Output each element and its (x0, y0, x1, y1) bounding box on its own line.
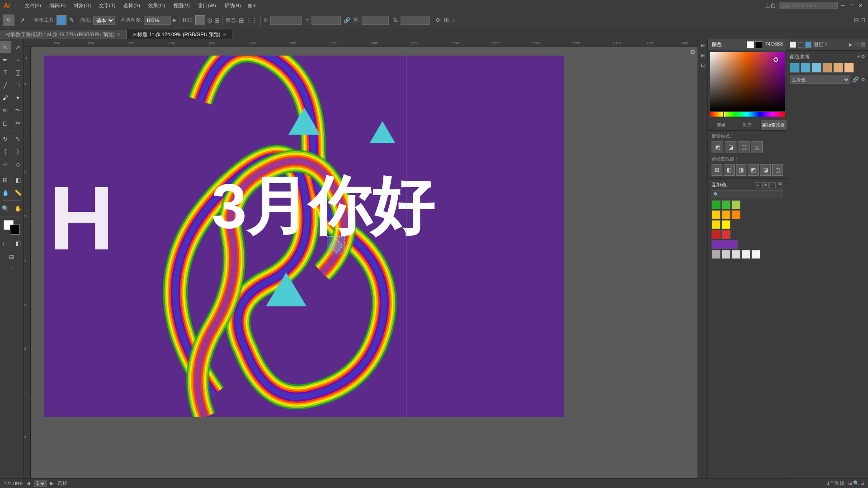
outline-btn[interactable]: ◪ (760, 164, 771, 176)
comp-chip-10[interactable] (722, 230, 731, 239)
lock-aspect-icon[interactable]: 🔗 (344, 17, 350, 23)
exclude-btn[interactable]: ◬ (751, 141, 763, 153)
comp-grid-view-btn[interactable]: ⊞ (762, 182, 769, 188)
comp-search-input[interactable] (712, 190, 783, 198)
tab-2[interactable]: 未标题-1* @ 124.09% (RGB/GPU 预览) ✕ (127, 30, 232, 39)
menu-select[interactable]: 选择(S) (120, 1, 144, 10)
h-input[interactable]: 27.033 px (401, 16, 430, 25)
width-tool[interactable]: ⟩ (12, 145, 24, 157)
mask-mode-btn[interactable]: ◧ (12, 237, 24, 249)
touch-type-tool[interactable]: T̲ (12, 66, 24, 78)
comp-chip-13[interactable] (722, 250, 731, 259)
screen-mode-btn[interactable]: ⊟ (5, 251, 19, 263)
menu-effect[interactable]: 效果(C) (145, 1, 169, 10)
home-icon[interactable]: ⌂ (14, 3, 18, 8)
color-ref-add-btn[interactable]: + (857, 54, 860, 60)
unite-btn[interactable]: ◩ (712, 141, 723, 153)
x-input[interactable]: 1116.641 (270, 16, 302, 25)
status-icon-2[interactable]: 🔍 (853, 480, 859, 486)
comp-list-view-btn[interactable]: ≡ (755, 182, 761, 188)
trim-btn[interactable]: ◧ (724, 164, 735, 176)
comp-save-btn[interactable]: ↓ (769, 182, 776, 188)
color-fill-swatch[interactable] (57, 15, 66, 25)
more-tools-btn[interactable]: ··· (9, 265, 13, 270)
zoom-decrease-btn[interactable]: ◀ (27, 481, 30, 486)
status-icon-3[interactable]: ⊟ (860, 480, 864, 486)
layer-visibility-toggle[interactable]: 👁 (790, 42, 796, 48)
measure-tool[interactable]: 📏 (12, 187, 24, 198)
menu-window[interactable]: 窗口(W) (194, 1, 220, 10)
menu-view[interactable]: 视图(V) (170, 1, 193, 10)
tab-1-close[interactable]: ✕ (117, 32, 121, 37)
eraser-tool[interactable]: ◻ (0, 117, 11, 129)
color-panel-header[interactable]: 颜色 74C6B8 (708, 39, 787, 50)
color-fg-indicator[interactable] (747, 41, 754, 48)
menu-help[interactable]: 帮助(H) (221, 1, 245, 10)
minus-back-btn[interactable]: ◫ (772, 164, 783, 176)
ref-chip-6[interactable] (844, 63, 854, 73)
line-tool[interactable]: ╱ (0, 79, 11, 91)
crop-btn[interactable]: ◩ (748, 164, 759, 176)
intersect-btn[interactable]: ◫ (738, 141, 750, 153)
blob-brush-tool[interactable]: ✦ (12, 92, 24, 103)
ref-chip-3[interactable] (811, 63, 821, 73)
transform-icon[interactable]: ⟳ (436, 17, 441, 23)
panel-toggle-btn[interactable]: ⊟ (854, 17, 859, 23)
minimize-btn[interactable]: ─ (840, 3, 847, 8)
normal-mode-btn[interactable]: □ (0, 237, 11, 249)
gradient-tool[interactable]: ◧ (12, 174, 24, 186)
curvature-tool[interactable]: ~ (12, 54, 24, 66)
direct-select-btn[interactable]: ↗ (16, 14, 28, 26)
arrange-icon[interactable]: ≡ (452, 17, 456, 23)
tab-transform[interactable]: 变换 (708, 120, 734, 130)
hand-tool[interactable]: ✋ (12, 202, 24, 214)
color-picker-cursor[interactable] (774, 57, 778, 62)
comp-chip-4[interactable] (712, 210, 721, 219)
select-tool-btn[interactable]: ↖ (3, 14, 14, 26)
comp-chip-3[interactable] (731, 200, 741, 209)
comp-chip-11[interactable] (712, 240, 738, 249)
color-gradient-picker[interactable] (710, 52, 785, 111)
comp-menu-btn[interactable]: ☰ (777, 182, 783, 188)
background-color[interactable] (10, 225, 20, 235)
status-icon-1[interactable]: ⊞ (848, 480, 852, 486)
comp-chip-7[interactable] (712, 220, 721, 229)
adobe-stock-search[interactable] (779, 2, 838, 9)
libraries-btn[interactable]: ⊞ (699, 51, 707, 59)
comp-chip-15[interactable] (741, 250, 750, 259)
opacity-input[interactable]: 100% (144, 16, 171, 25)
tab-2-close[interactable]: ✕ (223, 32, 226, 37)
tab-align[interactable]: 对齐 (734, 120, 760, 130)
direct-selection-tool[interactable]: ↗ (12, 41, 24, 53)
menu-object[interactable]: 对象(O) (70, 1, 94, 10)
layer-lock-toggle[interactable] (798, 42, 803, 47)
restore-btn[interactable]: □ (848, 3, 855, 8)
scale-tool[interactable]: ⤡ (12, 133, 24, 145)
menu-file[interactable]: 文件(F) (21, 1, 45, 10)
y-input[interactable]: 571.153 (311, 16, 341, 25)
smooth-tool[interactable]: 〜 (12, 104, 24, 116)
eyedropper-tool[interactable]: 💧 (0, 187, 11, 198)
panel-expand-btn[interactable]: ⊡ (860, 17, 865, 23)
comp-chip-5[interactable] (722, 210, 731, 219)
pencil-tool[interactable]: ✏ (0, 104, 11, 116)
stroke-select[interactable]: 基本 (93, 16, 115, 25)
comp-chip-6[interactable] (731, 210, 741, 219)
form-icon[interactable]: ⊞ (239, 17, 244, 24)
free-transform-tool[interactable]: ⊹ (0, 158, 11, 170)
tab-pathfinder[interactable]: 路径查找器 (761, 120, 787, 130)
menu-edit[interactable]: 编辑(E) (46, 1, 70, 10)
cc-libraries-btn[interactable]: ⊡ (699, 61, 707, 69)
tab-1[interactable]: 枯彩数字海报设计.ai @ 16.72% (RGB/GPU 预览) ✕ (0, 30, 127, 39)
merge-btn[interactable]: ◨ (736, 164, 747, 176)
zoom-tool[interactable]: 🔍 (0, 202, 11, 214)
comp-chip-8[interactable] (722, 220, 731, 229)
align-icon[interactable]: ⊞ (444, 17, 449, 23)
close-btn[interactable]: ✕ (857, 3, 864, 9)
comp-chip-16[interactable] (751, 250, 760, 259)
properties-btn[interactable]: ⊟ (699, 41, 707, 49)
style-preview[interactable] (195, 15, 205, 25)
opacity-arrow[interactable]: ▶ (173, 17, 176, 23)
selection-tool[interactable]: ↖ (0, 41, 11, 53)
comp-chip-1[interactable] (712, 200, 721, 209)
